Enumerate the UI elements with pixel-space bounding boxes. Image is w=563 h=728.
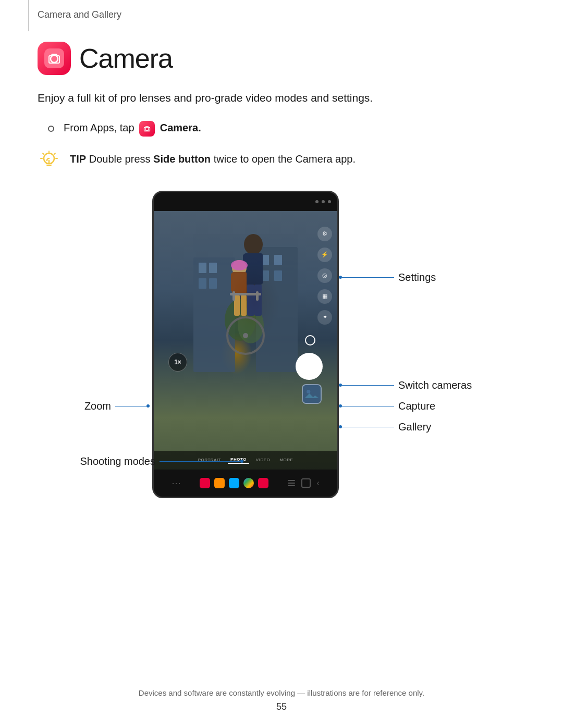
ratio-icon-phone: ▦ bbox=[317, 289, 332, 304]
svg-rect-10 bbox=[199, 263, 206, 273]
settings-label: Settings bbox=[398, 272, 436, 283]
svg-rect-25 bbox=[247, 285, 254, 316]
camera-app-icon bbox=[38, 42, 71, 75]
svg-point-2 bbox=[145, 127, 149, 131]
step-text-before: From Apps, tap bbox=[64, 122, 134, 133]
menu-line-3 bbox=[288, 485, 295, 486]
svg-point-40 bbox=[307, 389, 310, 393]
nav-app-4 bbox=[243, 478, 254, 488]
svg-rect-36 bbox=[256, 291, 259, 301]
diagram-container: ⚙ ⚡ ◎ ▦ ✦ bbox=[38, 191, 525, 524]
menu-line-2 bbox=[288, 483, 295, 484]
footer-disclaimer: Devices and software are constantly evol… bbox=[0, 688, 563, 697]
shooting-modes-line bbox=[160, 461, 240, 462]
status-dot-3 bbox=[328, 200, 331, 203]
nav-square bbox=[301, 478, 311, 488]
zoom-label: Zoom bbox=[84, 400, 111, 412]
step-camera-svg bbox=[142, 124, 152, 133]
mode-more: MORE bbox=[277, 456, 296, 463]
menu-line bbox=[288, 480, 295, 481]
svg-rect-33 bbox=[241, 295, 247, 316]
svg-rect-39 bbox=[303, 385, 321, 403]
camera-title: Camera bbox=[79, 43, 173, 74]
nav-app-5 bbox=[258, 478, 268, 488]
tip-row: TIP Double press Side button twice to op… bbox=[38, 151, 525, 172]
switch-cameras-label: Switch cameras bbox=[398, 379, 472, 391]
svg-rect-35 bbox=[232, 291, 235, 301]
capture-callout: Capture bbox=[339, 400, 435, 412]
svg-rect-16 bbox=[274, 255, 282, 265]
svg-rect-0 bbox=[44, 48, 64, 68]
flash-icon-phone: ⚡ bbox=[317, 248, 332, 262]
step-text: From Apps, tap Camera. bbox=[64, 121, 201, 137]
nav-app-3 bbox=[229, 478, 239, 488]
nav-menu bbox=[288, 480, 295, 486]
svg-line-6 bbox=[54, 153, 55, 154]
capture-button bbox=[296, 353, 323, 380]
phone-bottom-nav: ⋯ ‹ bbox=[154, 470, 337, 497]
svg-rect-13 bbox=[209, 278, 217, 289]
settings-callout: Settings bbox=[339, 272, 436, 283]
person-illustration bbox=[193, 216, 298, 372]
page-header: Camera and Gallery bbox=[38, 9, 121, 20]
tip-text-before: Double press bbox=[89, 153, 151, 165]
step-item: From Apps, tap Camera. bbox=[48, 121, 525, 137]
shooting-modes-callout: Shooting modes bbox=[38, 455, 243, 467]
status-dot bbox=[315, 200, 319, 203]
gallery-callout: Gallery bbox=[339, 421, 431, 433]
nav-controls: ‹ bbox=[288, 478, 320, 488]
nav-app-icons bbox=[200, 478, 268, 488]
camera-icon-svg bbox=[44, 48, 64, 68]
tip-bold-text: Side button bbox=[153, 153, 211, 165]
svg-rect-31 bbox=[242, 273, 246, 291]
settings-icon-phone: ⚙ bbox=[317, 227, 332, 241]
svg-rect-11 bbox=[209, 263, 217, 273]
zoom-line bbox=[115, 406, 146, 406]
tip-text-after: twice to open the Camera app. bbox=[214, 153, 356, 165]
nav-app-1 bbox=[200, 478, 210, 488]
gallery-line bbox=[342, 427, 394, 427]
svg-point-28 bbox=[231, 260, 248, 270]
camera-title-row: Camera bbox=[38, 42, 525, 75]
tip-lightbulb-icon bbox=[38, 149, 60, 172]
svg-rect-12 bbox=[199, 278, 206, 289]
header-title: Camera and Gallery bbox=[38, 9, 121, 20]
zoom-button: 1× bbox=[168, 353, 187, 372]
footer-page-number: 55 bbox=[0, 701, 563, 712]
mode-video: VIDEO bbox=[253, 456, 273, 463]
phone-mockup: ⚙ ⚡ ◎ ▦ ✦ bbox=[152, 191, 339, 498]
nav-app-2 bbox=[214, 478, 225, 488]
step-camera-icon bbox=[139, 121, 155, 137]
status-dot-2 bbox=[322, 200, 325, 203]
switch-camera-dot bbox=[305, 335, 315, 346]
settings-line bbox=[342, 277, 394, 278]
switch-cameras-line bbox=[342, 385, 394, 386]
shooting-modes-dot bbox=[240, 460, 243, 463]
tip-text: TIP Double press Side button twice to op… bbox=[70, 151, 356, 167]
svg-line-5 bbox=[43, 153, 44, 154]
svg-rect-18 bbox=[274, 270, 282, 281]
zoom-dot bbox=[146, 404, 150, 408]
capture-line bbox=[342, 406, 394, 406]
gallery-label: Gallery bbox=[398, 421, 431, 433]
zoom-value: 1× bbox=[174, 359, 181, 366]
capture-label: Capture bbox=[398, 400, 435, 412]
phone-status-bar bbox=[154, 192, 337, 211]
phone-camera-screen: ⚙ ⚡ ◎ ▦ ✦ bbox=[154, 211, 337, 470]
timer-icon-phone: ◎ bbox=[317, 268, 332, 283]
tip-label: TIP bbox=[70, 153, 86, 165]
svg-point-38 bbox=[243, 333, 248, 338]
step-app-name: Camera. bbox=[160, 122, 201, 133]
effects-icon-phone: ✦ bbox=[317, 310, 332, 325]
camera-description: Enjoy a full kit of pro lenses and pro-g… bbox=[38, 90, 525, 106]
nav-back: ‹ bbox=[317, 478, 320, 488]
phone-right-icons: ⚙ ⚡ ◎ ▦ ✦ bbox=[317, 227, 332, 325]
gallery-preview bbox=[303, 385, 321, 403]
svg-rect-24 bbox=[259, 254, 263, 278]
switch-cameras-callout: Switch cameras bbox=[339, 379, 472, 391]
shooting-modes-label: Shooting modes bbox=[80, 455, 155, 467]
zoom-callout: Zoom bbox=[38, 400, 150, 412]
main-content: Camera Enjoy a full kit of pro lenses an… bbox=[38, 42, 525, 556]
page-border bbox=[28, 0, 29, 31]
svg-point-21 bbox=[244, 234, 263, 255]
